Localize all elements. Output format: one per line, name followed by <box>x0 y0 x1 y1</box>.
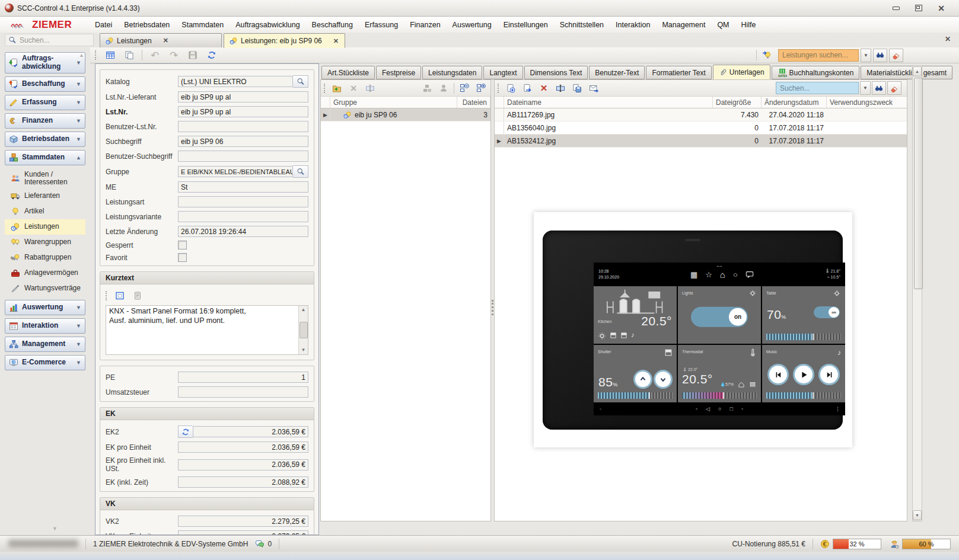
save-file-button[interactable] <box>571 82 584 94</box>
kurztext-editor[interactable]: KNX - Smart Panel Format 16:9 komplett, … <box>106 305 308 355</box>
rename-group-button[interactable] <box>364 82 377 94</box>
tab-leistungsdaten[interactable]: Leistungsdaten <box>422 66 482 79</box>
fullscreen-editor-button[interactable] <box>113 290 126 302</box>
menu-erfassung[interactable]: Erfassung <box>359 17 404 33</box>
search-dropdown-button[interactable]: ▼ <box>861 49 871 62</box>
blocks-filter-button[interactable] <box>420 82 434 94</box>
add-group-button[interactable] <box>330 82 343 94</box>
group-row[interactable]: ▶ eib ju SP9 06 3 <box>321 108 490 121</box>
ek2-field[interactable]: 2.036,59 € <box>193 426 308 437</box>
menu-qm[interactable]: QM <box>711 17 735 33</box>
tab-formatierter-text[interactable]: Formatierter Text <box>646 66 711 79</box>
menu-beschaffung[interactable]: Beschaffung <box>306 17 359 33</box>
close-button[interactable]: ✕ <box>936 4 946 12</box>
gruppe-lookup-button[interactable] <box>293 165 308 178</box>
lights-toggle[interactable]: on <box>691 306 748 327</box>
files-search-dropdown-button[interactable]: ▼ <box>860 81 871 95</box>
thermostat-slider[interactable] <box>682 392 757 399</box>
mail-file-button[interactable] <box>587 82 600 94</box>
add-file-button[interactable] <box>504 82 517 94</box>
tab-buchhaltungskonten[interactable]: Buchhaltungskonten <box>772 66 860 79</box>
menu-finanzen[interactable]: Finanzen <box>404 17 446 33</box>
letzte-aenderung-field[interactable]: 26.07.2018 19:26:44 <box>178 226 308 237</box>
tab-leistungen[interactable]: Leistungen ✕ <box>100 33 222 47</box>
tab-dimensions-text[interactable]: Dimensions Text <box>524 66 588 79</box>
ek-inkl-zeit-field[interactable]: 2.088,92 € <box>178 476 308 488</box>
rename-file-button[interactable] <box>554 82 567 94</box>
delete-group-button[interactable]: ✕ <box>347 82 360 94</box>
grid-view-button[interactable] <box>104 49 117 61</box>
menu-betriebsdaten[interactable]: Betriebsdaten <box>118 17 176 33</box>
scroll-up-button[interactable]: ▲ <box>913 66 922 76</box>
me-field[interactable]: St <box>178 181 308 193</box>
lstnr-field[interactable]: eib ju SP9 up al <box>178 106 308 117</box>
file-row[interactable]: AB1356040.jpg 0 17.07.2018 11:17 <box>495 121 907 135</box>
next-track-button[interactable] <box>820 366 838 383</box>
pe-field[interactable]: 1 <box>178 372 308 383</box>
column-aenderungsdatum[interactable]: Änderungsdatum <box>762 97 827 108</box>
play-button[interactable] <box>795 366 813 383</box>
sidebar-group-auftragsabwicklung[interactable]: Auftrags-abwicklung▼ <box>5 52 85 73</box>
tab-art-stueckliste[interactable]: Art.Stückliste <box>321 66 375 79</box>
nav-back-icon[interactable]: ◁ <box>706 406 710 412</box>
sidebar-group-erfassung[interactable]: Erfassung▼ <box>5 95 85 110</box>
leistungsart-field[interactable] <box>178 196 308 207</box>
lstnr-lieferant-field[interactable]: eib ju SP9 up al <box>178 91 308 103</box>
previous-track-button[interactable] <box>769 366 787 383</box>
column-dateiname[interactable]: Dateiname <box>504 97 713 108</box>
shutter-icon[interactable] <box>610 332 617 339</box>
shutter-up-button[interactable] <box>635 372 651 387</box>
nav-home-icon[interactable]: ○ <box>718 406 721 412</box>
messages-indicator[interactable]: 0 <box>255 539 272 549</box>
menu-stammdaten[interactable]: Stammdaten <box>176 17 230 33</box>
vk2-field[interactable]: 2.279,25 € <box>178 516 308 527</box>
shutter-icon[interactable] <box>620 332 627 339</box>
scrollbar-thumb[interactable] <box>914 78 923 289</box>
shutter-position-slider[interactable] <box>598 392 673 399</box>
umsatzsteuer-field[interactable] <box>178 386 308 398</box>
tab-festpreise[interactable]: Festpreise <box>376 66 421 79</box>
gruppe-field[interactable]: E EIB/KNX MELDE-/BEDIENTABLEAU JUNG <box>178 166 293 177</box>
tab-benutzer-text[interactable]: Benutzer-Text <box>589 66 645 79</box>
ek-pro-einheit-ust-field[interactable]: 2.036,59 € <box>178 459 308 471</box>
light-icon[interactable] <box>598 332 606 340</box>
files-clear-search-button[interactable] <box>887 81 901 95</box>
suchbegriff-field[interactable]: eib ju SP9 06 <box>178 136 308 147</box>
menu-interaktion[interactable]: Interaktion <box>610 17 656 33</box>
restore-button[interactable] <box>914 4 923 12</box>
delete-file-button[interactable]: ✕ <box>537 82 550 94</box>
benutzer-lstnr-field[interactable] <box>178 121 308 132</box>
benutzer-suchbegriff-field[interactable] <box>178 151 308 162</box>
sidebar-scroll-down-icon[interactable]: ▼ <box>52 526 58 532</box>
menu-schnittstellen[interactable]: Schnittstellen <box>554 17 610 33</box>
tabbar-close-icon[interactable]: ✕ <box>945 35 951 43</box>
tab-leistungen-detail[interactable]: Leistungen: eib ju SP9 06 ✕ <box>224 33 345 48</box>
sidebar-group-finanzen[interactable]: Finanzen▼ <box>5 113 85 129</box>
person-filter-button[interactable] <box>437 82 450 94</box>
column-dateigroesse[interactable]: Dateigröße <box>713 97 762 108</box>
leistungen-search-input[interactable]: Leistungen suchen... <box>778 49 859 62</box>
search-jump-icon[interactable] <box>762 50 772 60</box>
leistungsvariante-field[interactable] <box>178 211 308 222</box>
sidebar-item-anlagevermoegen[interactable]: Anlagevermögen <box>5 265 85 281</box>
redo-icon[interactable]: ↷ <box>167 49 180 61</box>
file-row-selected[interactable]: ▶ AB1532412.jpg 0 17.07.2018 11:17 <box>495 135 907 148</box>
shutter-down-button[interactable] <box>655 372 671 387</box>
menu-einstellungen[interactable]: Einstellungen <box>498 17 554 33</box>
main-vertical-scrollbar[interactable]: ▲ ▼ <box>912 65 922 521</box>
sidebar-item-kunden-interessenten[interactable]: Kunden / Interessenten <box>5 168 85 188</box>
kurztext-scrollbar[interactable]: ▲▼ <box>298 306 308 354</box>
minimize-button[interactable] <box>891 4 901 12</box>
tab-langtext[interactable]: Langtext <box>483 66 522 79</box>
sidebar-group-ecommerce[interactable]: E-Commerce▼ <box>5 355 85 370</box>
sidebar-group-auswertung[interactable]: Auswertung▼ <box>5 300 85 315</box>
sidebar-search-input[interactable]: Suchen... <box>5 34 94 46</box>
save-button[interactable] <box>186 49 199 61</box>
menu-auftragsabwicklung[interactable]: Auftragsabwicklung <box>230 17 305 33</box>
binoculars-button[interactable] <box>873 49 887 62</box>
ek2-refresh-button[interactable] <box>178 425 193 438</box>
undo-icon[interactable]: ↶ <box>148 49 161 61</box>
menu-hilfe[interactable]: Hilfe <box>735 17 762 33</box>
tab-close-icon[interactable]: ✕ <box>333 37 339 45</box>
files-search-input[interactable]: Suchen... <box>776 82 859 94</box>
